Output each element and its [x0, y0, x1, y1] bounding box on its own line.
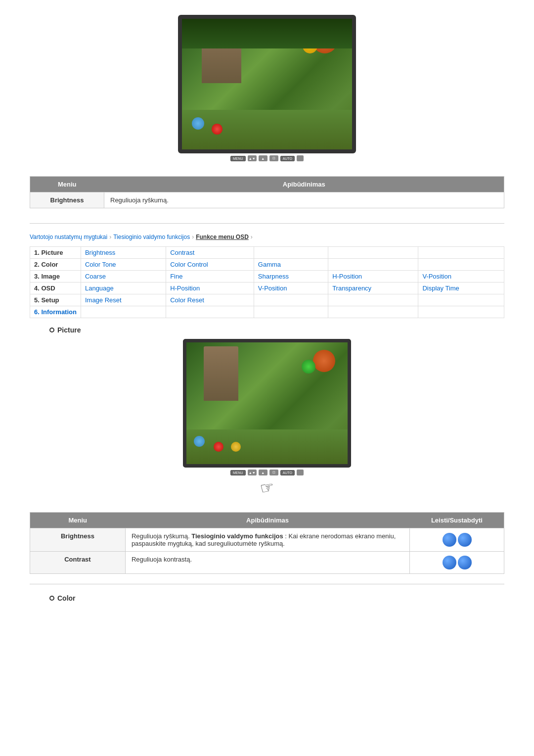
osd-row-cell[interactable]: Contrast: [166, 247, 254, 259]
osd-row-cell: [81, 306, 166, 318]
bottom-table-header-col1: Meniu: [30, 513, 126, 528]
breadcrumb-sep-2: ›: [192, 234, 194, 240]
second-monitor-buttons: MENU ▲▼ ▲ ⊡ AUTO: [230, 470, 304, 475]
second-button-icon-2[interactable]: ▲: [259, 470, 267, 475]
picture-bullet-icon: [49, 328, 54, 332]
button-icon-3[interactable]: ⊡: [269, 155, 278, 161]
osd-row-label: 5. Setup: [30, 294, 81, 306]
osd-row-label: 3. Image: [30, 271, 81, 283]
second-button-icon-3[interactable]: ⊡: [269, 470, 278, 475]
second-monitor-screen: [186, 342, 348, 464]
osd-row-cell: [254, 306, 328, 318]
auto-btn-top[interactable]: AUTO: [280, 156, 295, 161]
breadcrumb-item-1[interactable]: Vartotojo nustatymų mygtukai: [30, 234, 107, 240]
bottom-table-row: ContrastReguliuoja kontrastą.: [30, 552, 504, 574]
osd-row-label: 4. OSD: [30, 283, 81, 294]
osd-row-cell: [254, 294, 328, 306]
breadcrumb-item-2[interactable]: Tiesioginio valdymo funkcijos: [113, 234, 190, 240]
bottom-info-table: Meniu Apibūdinimas Leisti/Sustabdyti Bri…: [30, 512, 504, 574]
osd-row-cell[interactable]: Coarse: [81, 271, 166, 283]
bottom-row-desc: Reguliuoja ryškumą. Tiesioginio valdymo …: [125, 528, 409, 552]
top-monitor-buttons: MENU ▲▼ ▲ ⊡ AUTO: [230, 155, 304, 161]
button-icon-2[interactable]: ▲: [259, 155, 267, 161]
bottom-row-buttons[interactable]: [410, 528, 504, 552]
osd-row-cell[interactable]: Color Reset: [166, 294, 254, 306]
osd-row-cell[interactable]: H-Position: [328, 271, 418, 283]
osd-row-cell[interactable]: Transparency: [328, 283, 418, 294]
osd-row-cell[interactable]: H-Position: [166, 283, 254, 294]
first-table-row1-label: Brightness: [30, 192, 104, 208]
menu-btn-top[interactable]: MENU: [230, 156, 246, 161]
osd-table-row: 2. ColorColor ToneColor ControlGamma: [30, 259, 504, 271]
osd-row-cell[interactable]: Color Control: [166, 259, 254, 271]
color-bullet-icon: [49, 596, 54, 601]
first-info-table: Meniu Apibūdinimas Brightness Reguliuoja…: [30, 176, 504, 208]
osd-row-cell[interactable]: Fine: [166, 271, 254, 283]
osd-table-row: 4. OSDLanguageH-PositionV-PositionTransp…: [30, 283, 504, 294]
osd-table-row: 3. ImageCoarseFineSharpnessH-PositionV-P…: [30, 271, 504, 283]
second-monitor: [183, 339, 351, 468]
bottom-row-desc: Reguliuoja kontrastą.: [125, 552, 409, 574]
picture-section-label: Picture: [57, 326, 81, 334]
top-monitor: [178, 15, 356, 153]
stop-button[interactable]: [458, 556, 472, 569]
osd-row-cell[interactable]: Color Tone: [81, 259, 166, 271]
second-button-icon-1[interactable]: ▲▼: [248, 470, 257, 475]
auto-btn-second[interactable]: AUTO: [280, 470, 295, 475]
osd-row-cell: [166, 306, 254, 318]
osd-row-cell[interactable]: Gamma: [254, 259, 328, 271]
bottom-table-header-col2: Apibūdinimas: [125, 513, 409, 528]
first-table-row1: Brightness Reguliuoja ryškumą.: [30, 192, 504, 208]
osd-row-cell[interactable]: Image Reset: [81, 294, 166, 306]
breadcrumb-item-3: Funkce menu OSD: [196, 234, 249, 240]
divider-1: [30, 223, 504, 224]
osd-row-cell[interactable]: Sharpness: [254, 271, 328, 283]
stop-button[interactable]: [458, 533, 472, 547]
osd-row-cell: [418, 306, 504, 318]
second-button-icon-4[interactable]: [297, 470, 304, 475]
osd-table-row: 6. Information: [30, 306, 504, 318]
bottom-row-buttons[interactable]: [410, 552, 504, 574]
picture-section-heading: Picture: [49, 326, 504, 334]
breadcrumb: Vartotojo nustatymų mygtukai › Tiesiogin…: [30, 234, 504, 240]
button-icon-4[interactable]: [297, 155, 304, 161]
bottom-row-label: Contrast: [30, 552, 126, 574]
top-monitor-screen: [182, 19, 352, 149]
osd-row-label: 2. Color: [30, 259, 81, 271]
first-table-row1-desc: Reguliuoja ryškumą.: [104, 192, 504, 208]
osd-row-cell[interactable]: V-Position: [418, 271, 504, 283]
button-icon-1[interactable]: ▲▼: [248, 155, 257, 161]
top-monitor-container: MENU ▲▼ ▲ ⊡ AUTO: [30, 15, 504, 161]
play-button[interactable]: [443, 556, 456, 569]
first-table-header-col1: Meniu: [30, 177, 104, 192]
color-section-label: Color: [57, 594, 76, 602]
osd-row-cell[interactable]: Brightness: [81, 247, 166, 259]
osd-table-row: 5. SetupImage ResetColor Reset: [30, 294, 504, 306]
second-monitor-container: MENU ▲▼ ▲ ⊡ AUTO ☞: [30, 339, 504, 497]
color-section-heading: Color: [49, 594, 504, 602]
osd-row-label: 1. Picture: [30, 247, 81, 259]
osd-row-label: 6. Information: [30, 306, 81, 318]
bottom-table-row: BrightnessReguliuoja ryškumą. Tiesiogini…: [30, 528, 504, 552]
osd-row-cell[interactable]: Language: [81, 283, 166, 294]
osd-row-cell: [418, 294, 504, 306]
osd-row-cell: [328, 259, 418, 271]
osd-row-cell: [418, 247, 504, 259]
osd-row-cell: [418, 259, 504, 271]
hand-pointer-icon: ☞: [260, 478, 274, 497]
osd-menu-table: 1. PictureBrightnessContrast2. ColorColo…: [30, 246, 504, 318]
osd-row-cell[interactable]: V-Position: [254, 283, 328, 294]
menu-btn-second[interactable]: MENU: [230, 470, 246, 475]
osd-row-cell: [254, 247, 328, 259]
divider-2: [30, 584, 504, 584]
breadcrumb-sep-3: ›: [251, 234, 253, 240]
osd-row-cell: [328, 294, 418, 306]
play-button[interactable]: [443, 533, 456, 547]
first-table-header-col2: Apibūdinimas: [104, 177, 504, 192]
osd-row-cell: [328, 247, 418, 259]
breadcrumb-sep-1: ›: [109, 234, 111, 240]
osd-row-cell[interactable]: Display Time: [418, 283, 504, 294]
bottom-table-header-col3: Leisti/Sustabdyti: [410, 513, 504, 528]
osd-table-row: 1. PictureBrightnessContrast: [30, 247, 504, 259]
osd-row-cell: [328, 306, 418, 318]
